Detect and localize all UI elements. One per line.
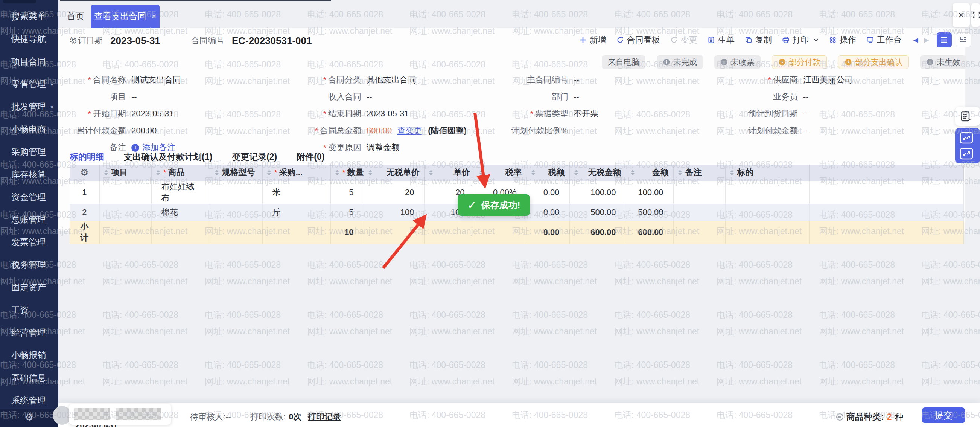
required-asterisk: * [88, 75, 91, 84]
watermark-url: 网址: www.chanjet.net [409, 323, 495, 339]
watermark-phone: 电话: 400-665-0028 [102, 357, 188, 373]
sidebar-item-retail-mgmt[interactable]: 零售管理▼ [0, 73, 58, 95]
sidebar-item-xiaochang-ecommerce[interactable]: 小畅电商 [0, 118, 58, 140]
list-view-toggle[interactable] [937, 32, 952, 48]
save-success-toast: ✓ 保存成功! [458, 194, 530, 216]
expand-rail[interactable] [955, 128, 980, 163]
sidebar-item-business-mgmt[interactable]: 经营管理 [0, 321, 58, 344]
workbench-button[interactable]: 工作台 [866, 34, 902, 46]
toolbar-label: 操作 [840, 34, 856, 46]
grid-icon [829, 36, 837, 44]
col-header-project[interactable]: 项目 [99, 164, 151, 181]
col-header-spec-model[interactable]: 规格型号 [210, 164, 262, 181]
field-planned-payment-amount: 计划付款金额-- [651, 125, 809, 136]
field-value: 其他支出合同 [367, 74, 416, 86]
sidebar-item-basic-info[interactable]: 基础信息 [0, 366, 58, 389]
field-value: 调整金额 [367, 142, 400, 153]
print-button[interactable]: 打印 [782, 34, 819, 46]
exclamation-icon [926, 58, 934, 66]
sidebar-item-project-contract[interactable]: 项目合同 [0, 50, 58, 73]
sidebar-item-search-menu[interactable]: 搜索菜单 [0, 5, 58, 27]
close-icon: × [958, 9, 964, 21]
notes-rail-button[interactable] [955, 107, 980, 126]
next-page-icon[interactable]: ▶ [924, 36, 929, 44]
col-header-text: 标的 [737, 167, 754, 177]
col-header-subject[interactable]: 标的 [725, 164, 809, 181]
cell-project [99, 221, 151, 244]
field-label-text: 预计到货日期 [748, 109, 798, 118]
cell-remark [673, 204, 725, 221]
watermark-phone: 电话: 400-665-0028 [717, 6, 802, 22]
change-icon [670, 36, 678, 44]
tab-expense-payment-plan[interactable]: 支出确认及付款计划(1) [124, 151, 212, 166]
close-tab-icon[interactable]: × [152, 12, 157, 21]
watermark-url: 网址: www.chanjet.net [409, 273, 495, 290]
sidebar-item-quick-nav[interactable]: 快捷导航 [0, 27, 58, 50]
cell-value: 5 [349, 207, 353, 217]
col-header-price-no-tax[interactable]: 无税单价 [364, 164, 424, 181]
col-header-tax-rate[interactable]: 税率 [474, 164, 527, 181]
prev-page-icon[interactable]: ◀ [913, 36, 918, 44]
required-asterisk: * [323, 75, 326, 84]
watermark-url: 网址: www.chanjet.net [717, 373, 802, 390]
col-header-goods[interactable]: *商品 [151, 164, 210, 181]
col-header-tax-amount[interactable]: 税额 [527, 164, 570, 181]
sidebar-item-tax-mgmt[interactable]: 税务管理 [0, 253, 58, 276]
copy-button[interactable]: 复制 [745, 34, 772, 46]
cell-value: 小计 [80, 222, 88, 242]
status-badge-partial-payment: 部分付款 [772, 55, 827, 69]
col-header-purchase-unit[interactable]: *采购... [262, 164, 331, 181]
window-close-button[interactable]: × [953, 3, 970, 27]
col-header-unit-price[interactable]: 单价 [424, 164, 474, 181]
sidebar-item-general-ledger[interactable]: 总账管理 [0, 208, 58, 231]
sidebar-settings-button[interactable]: ⚙ [0, 409, 58, 427]
cell-spec-model [210, 181, 262, 204]
col-header-text: 税率 [506, 167, 522, 177]
print-log-link[interactable]: 打印记录 [308, 411, 341, 422]
generate-doc-button[interactable]: 生单 [708, 34, 735, 46]
sidebar-item-invoice-mgmt[interactable]: 发票管理 [0, 231, 58, 253]
watermark-phone: 电话: 400-665-0028 [307, 6, 392, 22]
sidebar-item-wholesale-mgmt[interactable]: 批发管理▼ [0, 95, 58, 118]
sidebar-item-payroll[interactable]: 工资 [0, 299, 58, 321]
fullscreen-button[interactable] [971, 3, 980, 27]
cell-tax-rate [474, 221, 527, 244]
submit-button[interactable]: 提交 [922, 408, 965, 423]
cell-quantity: 10 [331, 221, 364, 244]
field-value: -- [574, 75, 579, 85]
col-header-text: 数量 [347, 167, 364, 177]
tab-change-log[interactable]: 变更记录(2) [232, 151, 277, 166]
watermark-phone: 电话: 400-665-0028 [205, 357, 290, 373]
tab-home[interactable]: 首页 [67, 11, 84, 22]
tab-attachments[interactable]: 附件(0) [297, 151, 325, 166]
check-icon: ✓ [467, 198, 476, 212]
tab-view-expense-contract[interactable]: 查看支出合同 × [91, 5, 159, 28]
status-badge-from-pc: 来自电脑 [602, 55, 646, 69]
col-header-gear[interactable]: ⚙ [70, 164, 99, 181]
field-value: -- [574, 92, 579, 102]
toast-text: 保存成功! [481, 199, 520, 211]
sidebar-item-purchase-mgmt[interactable]: 采购管理 [0, 140, 58, 163]
sidebar-item-system-mgmt[interactable]: 系统管理 [0, 389, 58, 411]
col-header-quantity[interactable]: *数量 [331, 164, 364, 181]
sidebar-item-fixed-assets[interactable]: 固定资产 [0, 276, 58, 299]
watermark-phone: 电话: 400-665-0028 [717, 306, 802, 323]
cell-value: 米 [272, 188, 281, 197]
sidebar-item-inventory-accounting[interactable]: 库存核算 [0, 163, 58, 186]
clock-icon [778, 58, 786, 66]
watermark: 电话: 400-665-0028网址: www.chanjet.net [614, 257, 699, 290]
add-button[interactable]: 新增 [579, 34, 606, 46]
sidebar-item-funds-mgmt[interactable]: 资金管理 [0, 186, 58, 208]
actions-button[interactable]: 操作 [829, 34, 856, 46]
expand-icon [960, 148, 973, 160]
cell-subject [725, 181, 809, 204]
contract-board-button[interactable]: 合同看板 [616, 34, 660, 46]
col-header-amount[interactable]: 金额 [626, 164, 673, 181]
tab-subject-detail[interactable]: 标的明细 [70, 151, 104, 166]
sidebar-item-xiaochang-reimburse[interactable]: 小畅报销 [0, 344, 58, 366]
col-header-remark[interactable]: 备注 [673, 164, 725, 181]
col-header-amount-no-tax[interactable]: 无税金额 [570, 164, 626, 181]
watermark-phone: 电话: 400-665-0028 [819, 306, 904, 323]
subtotal-row[interactable]: 小计100.00600.00600.00 [70, 221, 963, 244]
card-view-toggle[interactable] [956, 32, 971, 48]
